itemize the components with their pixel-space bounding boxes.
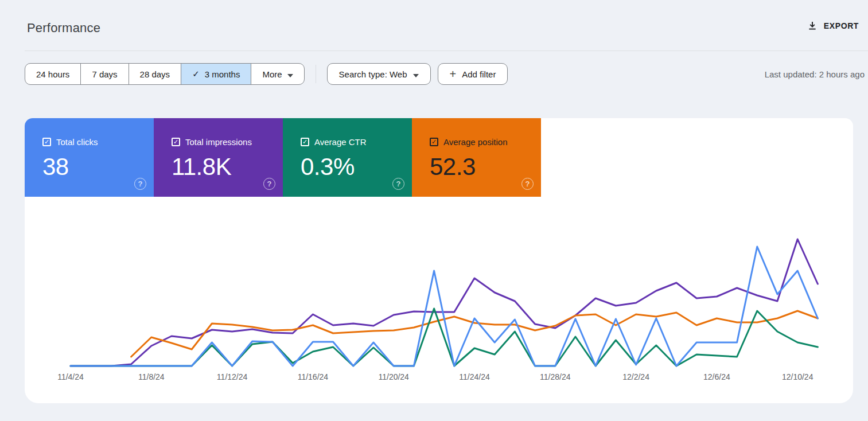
metric-value: 11.8K xyxy=(172,153,283,181)
toolbar-divider xyxy=(316,65,316,83)
metric-label: Total impressions xyxy=(185,137,252,147)
metric-card-average-ctr[interactable]: ✓Average CTR0.3%? xyxy=(283,118,412,197)
help-icon[interactable]: ? xyxy=(392,178,404,190)
series-total-clicks xyxy=(71,247,818,366)
date-range-label: 28 days xyxy=(140,69,170,79)
x-axis-tick: 12/2/24 xyxy=(622,372,649,381)
date-range-24-hours[interactable]: 24 hours xyxy=(25,63,81,85)
performance-chart: 11/4/2411/8/2411/12/2411/16/2411/20/2411… xyxy=(25,197,853,403)
x-axis-tick: 11/8/24 xyxy=(138,372,165,381)
x-axis-tick: 11/24/24 xyxy=(459,372,490,381)
x-axis-tick: 12/10/24 xyxy=(782,372,813,381)
export-label: EXPORT xyxy=(824,21,859,30)
search-type-button[interactable]: Search type: Web xyxy=(327,63,431,85)
checkbox-checked-icon[interactable]: ✓ xyxy=(301,138,309,146)
date-range-3-months[interactable]: ✓3 months xyxy=(181,63,251,85)
add-filter-button[interactable]: + Add filter xyxy=(438,63,508,85)
metric-label: Total clicks xyxy=(56,137,98,147)
search-type-label: Search type: Web xyxy=(339,69,407,79)
x-axis-tick: 11/28/24 xyxy=(540,372,571,381)
x-axis-tick: 11/4/24 xyxy=(57,372,84,381)
metric-card-total-impressions[interactable]: ✓Total impressions11.8K? xyxy=(154,118,283,197)
plus-icon: + xyxy=(450,68,457,80)
chevron-down-icon xyxy=(413,69,419,79)
metric-label: Average position xyxy=(443,137,507,147)
date-range-label: 7 days xyxy=(92,69,117,79)
last-updated-text: Last updated: 2 hours ago xyxy=(765,69,865,79)
help-icon[interactable]: ? xyxy=(134,178,146,190)
date-range-28-days[interactable]: 28 days xyxy=(129,63,182,85)
metric-value: 38 xyxy=(42,153,154,181)
metric-value: 52.3 xyxy=(430,153,541,181)
metric-cards: ✓Total clicks38?✓Total impressions11.8K?… xyxy=(25,118,853,197)
checkbox-checked-icon[interactable]: ✓ xyxy=(42,138,51,146)
help-icon[interactable]: ? xyxy=(521,178,534,190)
checkbox-checked-icon[interactable]: ✓ xyxy=(430,138,438,146)
date-range-control: 24 hours7 days28 days✓3 monthsMore xyxy=(25,63,305,85)
date-range-label: 24 hours xyxy=(36,69,69,79)
x-axis-tick: 11/16/24 xyxy=(298,372,329,381)
date-range-label: 3 months xyxy=(205,69,240,79)
help-icon[interactable]: ? xyxy=(263,178,275,190)
download-icon xyxy=(807,21,818,31)
metric-card-average-position[interactable]: ✓Average position52.3? xyxy=(412,118,541,197)
performance-card: ✓Total clicks38?✓Total impressions11.8K?… xyxy=(25,118,853,403)
toolbar: 24 hours7 days28 days✓3 monthsMore Searc… xyxy=(25,63,865,85)
x-axis-tick: 12/6/24 xyxy=(703,372,730,381)
x-axis-tick: 11/12/24 xyxy=(217,372,248,381)
export-button[interactable]: EXPORT xyxy=(807,21,859,31)
page-title: Performance xyxy=(27,21,100,36)
header-divider xyxy=(25,50,868,51)
metric-label: Average CTR xyxy=(314,137,367,147)
metric-value: 0.3% xyxy=(301,153,412,181)
date-range-more[interactable]: More xyxy=(251,63,304,85)
metric-card-total-clicks[interactable]: ✓Total clicks38? xyxy=(25,118,154,197)
date-range-label: More xyxy=(262,69,282,79)
date-range-7-days[interactable]: 7 days xyxy=(80,63,129,85)
chevron-down-icon xyxy=(287,69,293,79)
add-filter-label: Add filter xyxy=(462,69,496,79)
x-axis-tick: 11/20/24 xyxy=(378,372,409,381)
checkmark-icon: ✓ xyxy=(192,69,200,79)
checkbox-checked-icon[interactable]: ✓ xyxy=(172,138,180,146)
